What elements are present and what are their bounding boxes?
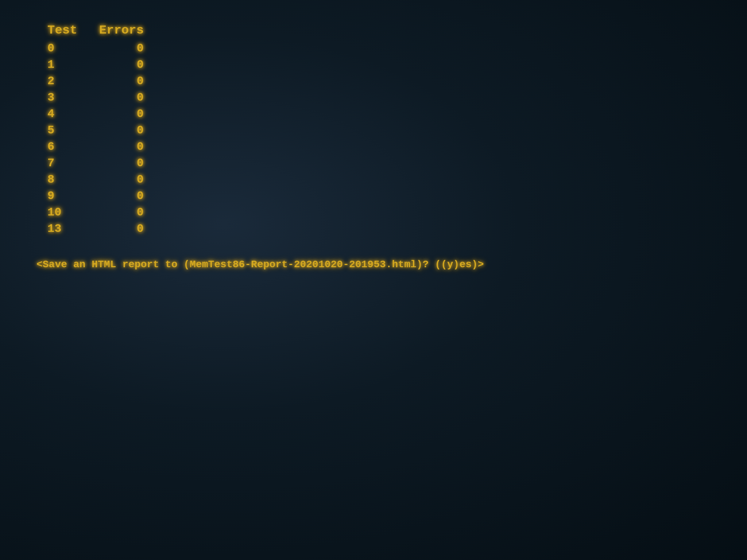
table-row: 30 — [36, 89, 151, 106]
test-cell: 8 — [36, 171, 88, 188]
errors-cell: 0 — [88, 221, 151, 237]
test-cell: 3 — [36, 89, 88, 106]
save-prompt[interactable]: <Save an HTML report to (MemTest86-Repor… — [36, 259, 693, 270]
table-row: 40 — [36, 106, 151, 122]
test-cell: 4 — [36, 106, 88, 122]
table-row: 00 — [36, 40, 151, 57]
test-cell: 5 — [36, 122, 88, 139]
errors-cell: 0 — [88, 122, 151, 139]
errors-cell: 0 — [88, 73, 151, 89]
table-row: 20 — [36, 73, 151, 89]
errors-cell: 0 — [88, 188, 151, 204]
errors-cell: 0 — [88, 106, 151, 122]
table-row: 90 — [36, 188, 151, 204]
table-row: 70 — [36, 155, 151, 171]
terminal-container: Test Errors 00102030405060708090100130 <… — [36, 22, 693, 270]
test-cell: 13 — [36, 221, 88, 237]
test-header: Test — [36, 22, 88, 40]
test-cell: 1 — [36, 57, 88, 73]
table-row: 80 — [36, 171, 151, 188]
table-row: 60 — [36, 139, 151, 155]
table-section: Test Errors 00102030405060708090100130 — [36, 22, 693, 237]
test-cell: 7 — [36, 155, 88, 171]
errors-cell: 0 — [88, 57, 151, 73]
test-cell: 10 — [36, 204, 88, 221]
table-row: 50 — [36, 122, 151, 139]
table-row: 130 — [36, 221, 151, 237]
test-cell: 9 — [36, 188, 88, 204]
errors-cell: 0 — [88, 155, 151, 171]
errors-cell: 0 — [88, 204, 151, 221]
results-table: Test Errors 00102030405060708090100130 — [36, 22, 151, 237]
test-cell: 0 — [36, 40, 88, 57]
test-cell: 6 — [36, 139, 88, 155]
table-row: 10 — [36, 57, 151, 73]
test-cell: 2 — [36, 73, 88, 89]
errors-cell: 0 — [88, 139, 151, 155]
table-row: 100 — [36, 204, 151, 221]
errors-header: Errors — [88, 22, 151, 40]
errors-cell: 0 — [88, 171, 151, 188]
errors-cell: 0 — [88, 40, 151, 57]
errors-cell: 0 — [88, 89, 151, 106]
